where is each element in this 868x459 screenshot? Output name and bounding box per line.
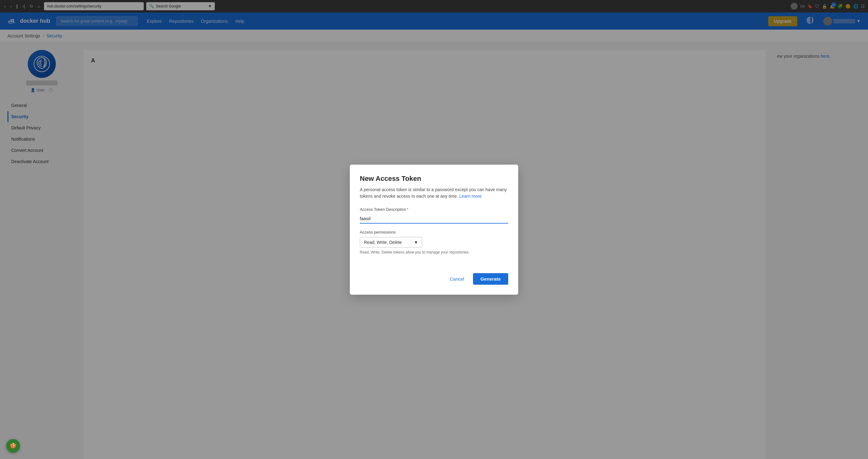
token-label-text: Access Token Description: [360, 207, 406, 212]
new-access-token-modal: New Access Token A personal access token…: [350, 165, 518, 295]
cookie-icon: 🍪: [10, 442, 17, 449]
modal-title: New Access Token: [360, 175, 508, 183]
token-label: Access Token Description*: [360, 207, 508, 212]
cancel-button[interactable]: Cancel: [444, 273, 469, 285]
permissions-value: Read, Write, Delete: [364, 240, 402, 245]
permissions-group: Access permissions Read, Write, Delete ▼…: [360, 230, 508, 254]
permissions-hint: Read, Write, Delete tokens allow you to …: [360, 250, 508, 254]
modal-desc-text: A personal access token is similar to a …: [360, 187, 507, 198]
cookie-banner[interactable]: 🍪: [6, 439, 20, 453]
generate-button[interactable]: Generate: [473, 273, 508, 285]
permissions-select[interactable]: Read, Write, Delete ▼: [360, 237, 422, 248]
modal-overlay[interactable]: New Access Token A personal access token…: [0, 0, 868, 459]
token-description-group: Access Token Description*: [360, 207, 508, 223]
permissions-label: Access permissions: [360, 230, 508, 235]
token-description-input[interactable]: [360, 214, 508, 223]
permissions-dropdown-icon: ▼: [414, 240, 418, 245]
modal-description: A personal access token is similar to a …: [360, 186, 508, 200]
learn-more-text: Learn more: [459, 194, 482, 198]
modal-footer: Cancel Generate: [360, 273, 508, 285]
learn-more-link[interactable]: Learn more: [459, 194, 482, 198]
required-star: *: [407, 207, 408, 212]
